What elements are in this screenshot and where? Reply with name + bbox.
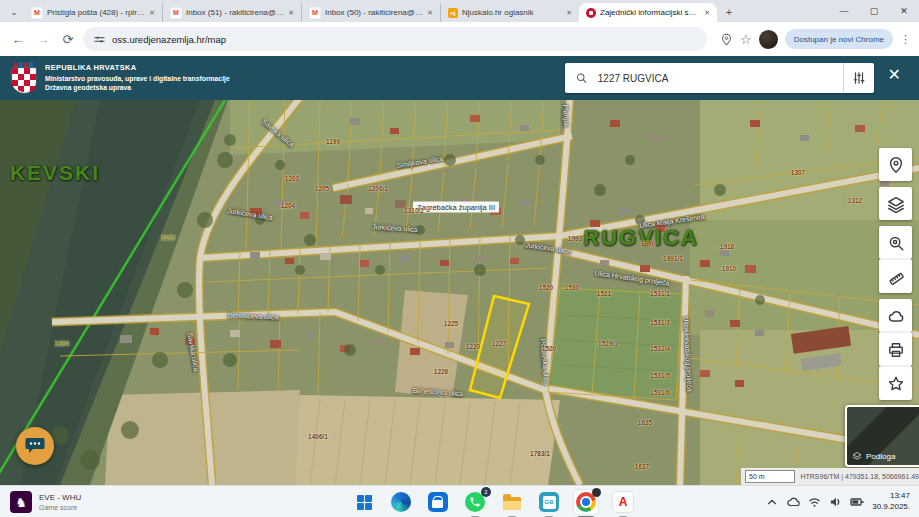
windows-icon	[357, 495, 372, 510]
tab-label: Zajednički informacijski sustav	[600, 8, 700, 17]
system-tray: 13:47 30.9.2025.	[766, 491, 919, 513]
coordinate-search-tool[interactable]	[879, 226, 912, 259]
tab-close-icon[interactable]: ✕	[427, 9, 433, 17]
bookmark-star-icon[interactable]: ☆	[740, 32, 752, 47]
location-pin-tool[interactable]	[879, 148, 912, 181]
org-line1: REPUBLIKA HRVATSKA	[45, 63, 230, 74]
aerial-map-svg	[0, 100, 919, 485]
gmail-icon: M	[31, 7, 43, 19]
taskbar-apps: 2 GB A	[352, 486, 635, 517]
acrobat-app-button[interactable]: A	[611, 490, 635, 514]
croatian-coat-of-arms	[11, 62, 37, 94]
tab-gmail-3[interactable]: M Inbox (50) - rakiticirena@gma ✕	[301, 3, 440, 22]
volume-icon[interactable]	[829, 496, 842, 508]
ruler-icon	[887, 268, 905, 286]
basemap-label: Podloga	[866, 452, 895, 461]
whatsapp-app-button[interactable]: 2	[463, 490, 487, 514]
basemap-button[interactable]: Podloga	[845, 405, 919, 467]
layers-tool[interactable]	[879, 187, 912, 220]
feedback-chat-button[interactable]	[16, 427, 54, 465]
back-icon[interactable]: ←	[8, 29, 28, 49]
taskbar-widget[interactable]: ♞ EVE - WHU Game score	[0, 486, 91, 517]
cloud-tool[interactable]	[879, 299, 912, 332]
widget-title: EVE - WHU	[39, 493, 81, 503]
org-line3: Državna geodetska uprava	[45, 83, 230, 93]
clock-date: 30.9.2025.	[872, 502, 910, 513]
org-line2: Ministarstvo pravosuđa, uprave i digital…	[45, 74, 230, 84]
gmail-icon: M	[309, 7, 321, 19]
browser-tab-strip: ⌄ M Pristigla pošta (428) - rpirena ✕ M …	[0, 0, 919, 22]
tab-close-icon[interactable]: ✕	[566, 9, 572, 17]
file-explorer-button[interactable]	[500, 490, 524, 514]
acrobat-icon: A	[612, 491, 634, 513]
tab-close-icon[interactable]: ✕	[149, 9, 155, 17]
tray-chevron-icon[interactable]	[766, 496, 778, 508]
coordinates-display: HTRS96/TM | 479351.18, 5066961.49	[800, 473, 919, 480]
basemap-layers-icon	[852, 451, 862, 461]
new-tab-button[interactable]: +	[721, 4, 737, 20]
site-info-icon[interactable]	[94, 34, 105, 45]
tab-close-icon[interactable]: ✕	[288, 9, 294, 17]
njuskalo-icon: nj	[448, 8, 458, 18]
chrome-update-chip[interactable]: Dostupan je novi Chrome	[785, 29, 893, 49]
chrome-app-button[interactable]	[574, 490, 598, 514]
search-input[interactable]	[596, 72, 832, 85]
profile-avatar[interactable]	[759, 30, 778, 49]
wifi-icon[interactable]	[808, 496, 821, 508]
forward-icon[interactable]: →	[33, 29, 53, 49]
close-search-icon[interactable]: ✕	[888, 67, 901, 83]
tab-close-icon[interactable]: ✕	[704, 9, 710, 17]
tab-label: Inbox (50) - rakiticirena@gma	[325, 8, 423, 17]
taskbar: ♞ EVE - WHU Game score 2 GB	[0, 485, 919, 517]
map-search	[565, 63, 874, 93]
org-text: REPUBLIKA HRVATSKA Ministarstvo pravosuđ…	[45, 63, 230, 93]
app-gb-button[interactable]: GB	[537, 490, 561, 514]
map-tool-panel	[879, 148, 912, 400]
premier-league-icon: ♞	[10, 491, 32, 513]
taskbar-clock[interactable]: 13:47 30.9.2025.	[872, 491, 910, 513]
location-pin-icon	[887, 156, 905, 174]
filter-sliders-icon	[852, 71, 866, 85]
printer-icon	[887, 341, 905, 359]
toolbar-right: ☆ Dostupan je novi Chrome ⋮	[712, 29, 911, 49]
tab-search-chevron-icon[interactable]: ⌄	[6, 4, 22, 20]
tab-gmail-2[interactable]: M Inbox (51) - rakiticirena@gmai ✕	[162, 3, 301, 22]
search-filter-button[interactable]	[843, 63, 874, 93]
tab-label: Pristigla pošta (428) - rpirena	[47, 8, 145, 17]
search-box[interactable]	[565, 63, 843, 93]
window-controls: — ▢ ✕	[829, 0, 919, 22]
browser-toolbar: ← → ⟳ oss.uredjenazemlja.hr/map ☆ Dostup…	[0, 22, 919, 56]
maximize-button[interactable]: ▢	[859, 0, 889, 22]
clock-time: 13:47	[872, 491, 910, 502]
search-icon	[576, 72, 588, 85]
scale-bar: 50 m	[745, 470, 795, 483]
cloud-icon	[887, 307, 905, 325]
measure-tool[interactable]	[879, 259, 912, 293]
edge-app-button[interactable]	[389, 490, 413, 514]
microsoft-store-icon	[428, 492, 448, 512]
whatsapp-badge: 2	[481, 487, 491, 497]
favorites-tool[interactable]	[879, 366, 912, 400]
onedrive-cloud-icon[interactable]	[786, 496, 800, 508]
map-canvas[interactable]: KEVSKIRUGVICASavska ulicaSavska ulicaSmi…	[0, 100, 919, 485]
chrome-notification-badge	[592, 488, 601, 497]
battery-icon[interactable]	[850, 496, 864, 508]
store-app-button[interactable]	[426, 490, 450, 514]
reload-icon[interactable]: ⟳	[58, 29, 78, 49]
tab-njuskalo[interactable]: nj Njuskalo.hr oglasnik ✕	[440, 3, 579, 22]
print-tool[interactable]	[879, 332, 912, 366]
zis-icon	[586, 8, 596, 18]
start-button[interactable]	[352, 490, 376, 514]
app-header: REPUBLIKA HRVATSKA Ministarstvo pravosuđ…	[0, 56, 919, 100]
minimize-button[interactable]: —	[829, 0, 859, 22]
close-window-button[interactable]: ✕	[889, 0, 919, 22]
widget-subtitle: Game score	[39, 504, 81, 511]
tab-label: Inbox (51) - rakiticirena@gmai	[186, 8, 284, 17]
browser-menu-icon[interactable]: ⋮	[900, 33, 911, 46]
edge-icon	[391, 492, 411, 512]
address-bar[interactable]: oss.uredjenazemlja.hr/map	[83, 27, 707, 51]
tab-zis-active[interactable]: Zajednički informacijski sustav ✕	[579, 3, 717, 22]
tab-gmail-1[interactable]: M Pristigla pošta (428) - rpirena ✕	[24, 3, 162, 22]
location-permission-icon[interactable]	[720, 33, 733, 46]
search-coordinates-icon	[887, 234, 905, 252]
